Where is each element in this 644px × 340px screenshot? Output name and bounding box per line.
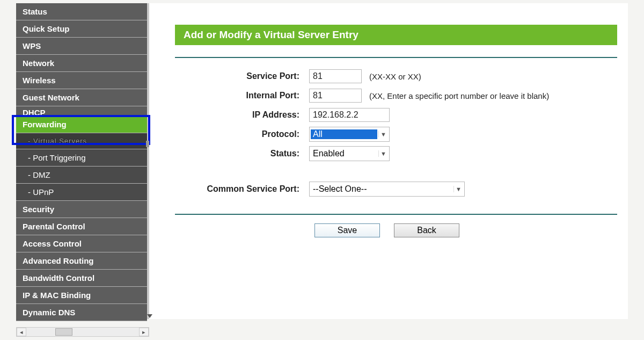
ip-address-label: IP Address: [175,110,309,120]
service-port-label: Service Port: [175,71,309,81]
sidebar-item-network[interactable]: Network [16,55,147,72]
sidebar-item-advanced-routing[interactable]: Advanced Routing [16,252,147,270]
chevron-down-icon: ▼ [378,150,388,157]
sidebar-item-dynamic-dns[interactable]: Dynamic DNS [16,304,147,321]
internal-port-label: Internal Port: [175,91,309,100]
internal-port-hint: (XX, Enter a specific port number or lea… [369,91,549,100]
horizontal-scrollbar[interactable]: ◂ ▸ [16,327,149,337]
common-service-value: --Select One-- [313,184,453,194]
sidebar: Status Quick Setup WPS Network Wireless … [16,3,149,319]
service-port-hint: (XX-XX or XX) [369,72,421,81]
sidebar-item-ip-mac-binding[interactable]: IP & MAC Binding [16,287,147,304]
sidebar-item-security[interactable]: Security [16,201,147,218]
common-service-label: Common Service Port: [175,184,309,194]
sidebar-item-parental-control[interactable]: Parental Control [16,218,147,235]
sidebar-item-access-control[interactable]: Access Control [16,235,147,252]
chevron-down-icon: ▼ [453,186,463,192]
save-button[interactable]: Save [314,223,380,237]
sidebar-item-guest-network[interactable]: Guest Network [16,89,147,106]
sidebar-item-wps[interactable]: WPS [16,38,147,55]
sidebar-item-bandwidth-control[interactable]: Bandwidth Control [16,270,147,287]
main-content: Add or Modify a Virtual Server Entry Ser… [149,3,628,319]
protocol-select[interactable]: All ▼ [309,127,390,142]
sidebar-subitem-dmz[interactable]: - DMZ [16,167,147,184]
page-title: Add or Modify a Virtual Server Entry [175,25,617,45]
chevron-down-icon[interactable] [147,314,152,318]
scroll-thumb[interactable] [28,328,137,336]
status-select[interactable]: Enabled ▼ [309,146,390,161]
status-value: Enabled [313,149,378,158]
scroll-marker[interactable] [146,141,149,147]
divider [175,57,617,58]
scroll-right-icon[interactable]: ▸ [139,328,149,336]
back-button[interactable]: Back [394,223,459,237]
sidebar-item-wireless[interactable]: Wireless [16,72,147,89]
sidebar-inner: Status Quick Setup WPS Network Wireless … [16,3,147,321]
sidebar-item-forwarding[interactable]: Forwarding [16,116,147,133]
ip-address-input[interactable] [309,108,390,122]
service-port-input[interactable] [309,69,362,83]
sidebar-item-status[interactable]: Status [16,3,147,20]
sidebar-subitem-upnp[interactable]: - UPnP [16,184,147,201]
internal-port-input[interactable] [309,89,362,103]
sidebar-subitem-port-triggering[interactable]: - Port Triggering [16,149,147,167]
sidebar-item-quick-setup[interactable]: Quick Setup [16,20,147,38]
chevron-down-icon: ▼ [378,131,388,138]
common-service-select[interactable]: --Select One-- ▼ [309,182,465,197]
divider [175,214,617,215]
sidebar-subitem-virtual-servers[interactable]: - Virtual Servers [16,133,147,149]
status-label: Status: [175,149,309,158]
scroll-left-icon[interactable]: ◂ [17,328,26,336]
protocol-label: Protocol: [175,129,309,139]
sidebar-item-dhcp[interactable]: DHCP [16,106,147,116]
protocol-value: All [311,129,377,139]
